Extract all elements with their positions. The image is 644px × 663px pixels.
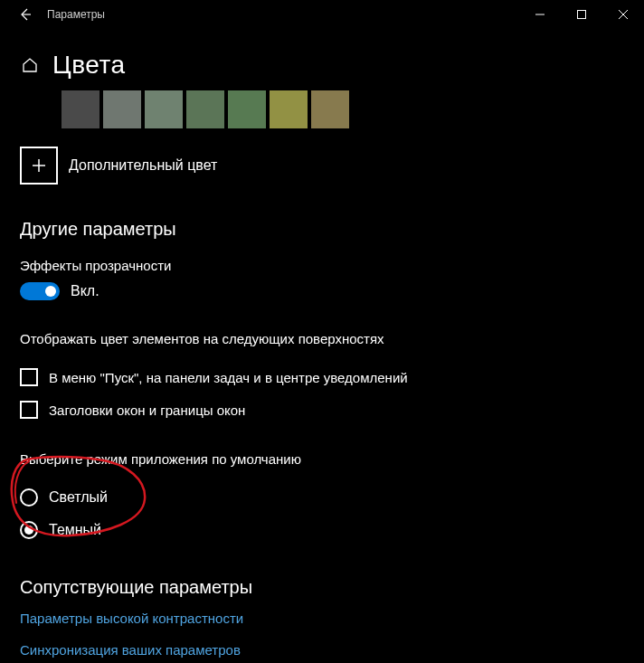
minimize-icon [535,10,545,19]
color-swatch[interactable] [62,90,99,128]
color-swatches [20,90,624,128]
other-params-heading: Другие параметры [20,219,624,240]
color-swatch[interactable] [311,90,349,128]
accent-surfaces-label: Отображать цвет элементов на следующих п… [20,331,624,346]
radio-icon [20,488,38,507]
related-heading: Сопутствующие параметры [20,577,624,598]
radio-label: Темный [49,522,101,538]
transparency-label: Эффекты прозрачности [20,258,624,273]
page-header: Цвета [0,29,644,90]
custom-color-button[interactable] [20,147,58,185]
color-swatch[interactable] [186,90,224,128]
radio-dark[interactable]: Темный [20,521,624,539]
arrow-left-icon [18,7,33,22]
page-title: Цвета [52,51,126,80]
custom-color-row: Дополнительный цвет [20,147,624,185]
color-swatch[interactable] [103,90,141,128]
back-button[interactable] [7,0,43,29]
checkbox-start-taskbar[interactable]: В меню "Пуск", на панели задач и в центр… [20,368,624,386]
close-button[interactable] [602,0,644,29]
radio-icon [20,521,38,539]
content: Дополнительный цвет Другие параметры Эфф… [0,90,644,658]
link-high-contrast[interactable]: Параметры высокой контрастности [20,611,624,626]
checkbox-label: Заголовки окон и границы окон [49,403,245,418]
maximize-button[interactable] [561,0,602,29]
window-title: Параметры [43,8,105,21]
plus-icon [32,158,46,173]
transparency-state: Вкл. [71,283,99,299]
transparency-toggle-row: Вкл. [20,282,624,300]
color-swatch[interactable] [145,90,183,128]
color-swatch[interactable] [270,90,308,128]
maximize-icon [577,10,586,19]
radio-label: Светлый [49,489,108,506]
svg-rect-1 [578,11,586,19]
checkbox-icon [20,401,38,419]
color-swatch[interactable] [20,90,58,128]
custom-color-label: Дополнительный цвет [69,157,217,174]
close-icon [619,10,628,19]
radio-light[interactable]: Светлый [20,488,624,507]
transparency-toggle[interactable] [20,282,60,300]
home-button[interactable] [20,55,40,75]
color-swatch[interactable] [228,90,266,128]
titlebar: Параметры [0,0,644,29]
app-mode-label: Выберите режим приложения по умолчанию [20,451,624,467]
home-icon [21,56,39,74]
checkbox-label: В меню "Пуск", на панели задач и в центр… [49,370,408,385]
checkbox-icon [20,368,38,386]
checkbox-titlebars[interactable]: Заголовки окон и границы окон [20,401,624,419]
link-sync-settings[interactable]: Синхронизация ваших параметров [20,642,624,658]
minimize-button[interactable] [519,0,561,29]
